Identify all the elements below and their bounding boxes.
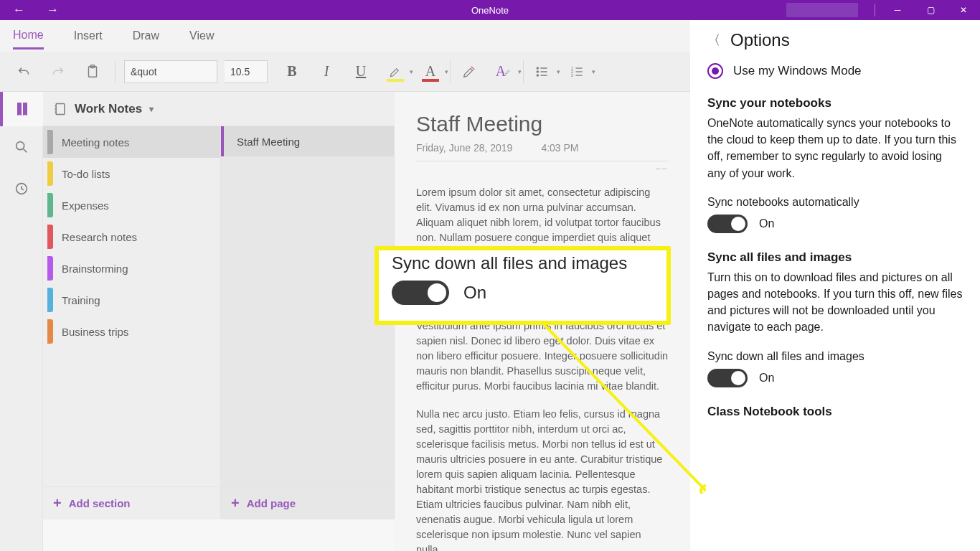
nav-back-icon[interactable]: ←: [13, 3, 25, 17]
windows-mode-radio[interactable]: Use my Windows Mode: [707, 63, 963, 79]
ribbon: B I U ▾ A▾ A▾ ▾ 123▾: [0, 52, 690, 92]
svg-text:3: 3: [571, 72, 573, 77]
tab-insert[interactable]: Insert: [74, 24, 103, 48]
app-title: OneNote: [471, 5, 509, 16]
tab-draw[interactable]: Draw: [133, 24, 159, 48]
notebook-icon: [53, 102, 67, 116]
maximize-button[interactable]: ▢: [914, 0, 947, 20]
radio-icon: [707, 63, 723, 79]
notebook-header[interactable]: Work Notes ▾: [43, 92, 395, 126]
tab-view[interactable]: View: [189, 24, 214, 48]
callout-toggle[interactable]: [392, 281, 449, 305]
nav-forward-icon[interactable]: →: [47, 3, 59, 17]
svg-point-2: [537, 67, 538, 68]
chevron-down-icon: ▾: [149, 104, 154, 114]
underline-button[interactable]: U: [344, 57, 378, 86]
close-button[interactable]: ✕: [947, 0, 980, 20]
note-body[interactable]: Lorem ipsum dolor sit amet, consectetur …: [416, 185, 669, 551]
redo-button[interactable]: [44, 59, 72, 85]
sync-heading: Sync your notebooks: [707, 96, 963, 110]
svg-rect-17: [56, 103, 65, 114]
ribbon-tabs: Home Insert Draw View: [0, 20, 690, 52]
plus-icon: +: [231, 495, 240, 512]
page-title[interactable]: Staff Meeting: [416, 112, 669, 136]
section-item[interactable]: To-do lists: [43, 158, 220, 189]
svg-point-14: [16, 142, 24, 150]
options-pane: 〈 Options Use my Windows Mode Sync your …: [690, 20, 980, 551]
add-page-button[interactable]: +Add page: [221, 486, 394, 519]
container-handle[interactable]: ┄┄: [416, 164, 669, 174]
notebook-name: Work Notes: [75, 102, 142, 116]
section-item[interactable]: Expenses: [43, 189, 220, 221]
bold-button[interactable]: B: [275, 57, 309, 86]
section-item[interactable]: Meeting notes: [43, 126, 220, 158]
tab-home[interactable]: Home: [13, 23, 44, 50]
note-time: 4:03 PM: [541, 142, 578, 154]
add-section-button[interactable]: +Add section: [43, 486, 220, 519]
svg-line-15: [23, 149, 27, 153]
sync-auto-state: On: [759, 217, 774, 230]
font-size-input[interactable]: [225, 60, 268, 83]
recent-icon[interactable]: [0, 168, 43, 209]
font-name-input[interactable]: [124, 60, 217, 83]
bullets-button[interactable]: [525, 57, 560, 86]
sections-list: Meeting notes To-do lists Expenses Resea…: [43, 126, 221, 519]
italic-button[interactable]: I: [309, 57, 344, 86]
numbering-button[interactable]: 123: [560, 57, 595, 86]
page-item[interactable]: Staff Meeting: [221, 126, 394, 156]
sync-auto-toggle[interactable]: [707, 215, 748, 233]
sync-description: OneNote automatically syncs your noteboo…: [707, 115, 963, 182]
pages-list: Staff Meeting +Add page: [221, 126, 395, 519]
search-icon[interactable]: [0, 126, 43, 168]
note-date: Friday, June 28, 2019: [416, 142, 512, 154]
sync-down-label: Sync down all files and images: [707, 350, 963, 363]
callout-title: Sync down all files and images: [392, 253, 655, 273]
callout-highlight: Sync down all files and images On: [374, 246, 671, 325]
section-item[interactable]: Training: [43, 284, 220, 316]
options-back-icon[interactable]: 〈: [707, 32, 720, 49]
clipboard-button[interactable]: [79, 59, 106, 85]
title-bar: ← → OneNote ─ ▢ ✕: [0, 0, 980, 20]
account-block[interactable]: [786, 3, 858, 17]
section-item[interactable]: Brainstorming: [43, 253, 220, 284]
undo-button[interactable]: [10, 59, 37, 85]
plus-icon: +: [53, 495, 62, 512]
svg-point-4: [537, 70, 538, 72]
svg-point-6: [537, 74, 538, 75]
left-rail: [0, 92, 43, 551]
sync-auto-label: Sync notebooks automatically: [707, 196, 963, 209]
sync-down-toggle[interactable]: [707, 369, 748, 387]
highlight-button[interactable]: [378, 57, 413, 86]
sync-files-description: Turn this on to download files and pictu…: [707, 269, 963, 336]
callout-state: On: [463, 283, 486, 303]
font-color-button[interactable]: A: [413, 57, 448, 86]
notebooks-icon[interactable]: [0, 92, 43, 126]
section-item[interactable]: Business trips: [43, 316, 220, 347]
class-notebook-heading: Class Notebook tools: [707, 405, 963, 419]
section-item[interactable]: Research notes: [43, 221, 220, 253]
sync-files-heading: Sync all files and images: [707, 250, 963, 265]
minimize-button[interactable]: ─: [881, 0, 914, 20]
options-title: Options: [730, 30, 790, 50]
format-painter-button[interactable]: A: [486, 57, 521, 86]
clear-formatting-button[interactable]: [452, 57, 486, 86]
sync-down-state: On: [759, 372, 774, 385]
